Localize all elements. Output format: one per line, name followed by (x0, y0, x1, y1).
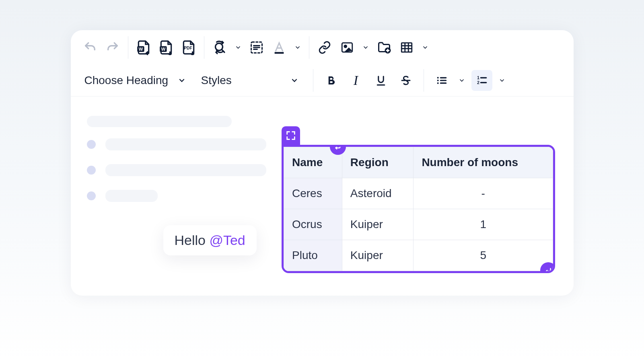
underline-button[interactable] (370, 70, 391, 91)
select-all-button[interactable] (247, 38, 266, 57)
chevron-down-icon (499, 77, 505, 84)
find-replace-button[interactable] (210, 38, 229, 57)
toolbar-divider (204, 36, 204, 59)
folder-add-icon (377, 40, 391, 55)
redo-button[interactable] (103, 38, 122, 57)
word-export-icon: W (158, 40, 174, 55)
toolbar-divider (128, 36, 128, 59)
image-icon (340, 41, 354, 54)
table-cell[interactable]: Asteroid (342, 178, 414, 209)
find-replace-dropdown[interactable] (232, 44, 244, 51)
svg-text:PDF: PDF (184, 45, 192, 50)
data-table[interactable]: Name Region Number of moons Ceres Astero… (284, 147, 553, 271)
mention-popup: Hello @Ted (163, 225, 257, 255)
table-cell[interactable]: Ocrus (284, 209, 342, 240)
toolbar-primary: W W PDF (71, 30, 574, 64)
numbered-list-dropdown[interactable] (496, 77, 508, 84)
undo-button[interactable] (80, 38, 100, 57)
chevron-down-icon (422, 44, 428, 51)
strikethrough-button[interactable] (395, 70, 416, 91)
table-row: Ocrus Kuiper 1 (284, 209, 553, 240)
bullet-list-icon (435, 74, 448, 87)
italic-button[interactable]: I (346, 70, 366, 91)
bullet-list-dropdown[interactable] (456, 77, 467, 84)
table-cell[interactable]: 1 (414, 209, 553, 240)
toolbar-divider (313, 69, 313, 92)
placeholder-line (105, 190, 158, 202)
undo-icon (83, 41, 97, 54)
table-header[interactable]: Number of moons (414, 147, 553, 178)
insert-table-dropdown[interactable] (420, 44, 431, 51)
bullet-icon (87, 191, 96, 200)
image-button[interactable] (337, 38, 357, 57)
bold-icon (325, 74, 337, 86)
table-row: Pluto Kuiper 5 (284, 240, 553, 271)
font-color-dropdown[interactable] (292, 44, 303, 51)
numbered-list-button[interactable]: 12 (471, 70, 492, 91)
chevron-down-icon (459, 77, 465, 84)
heading-select-label: Choose Heading (84, 74, 169, 87)
table-frame[interactable]: Name Region Number of moons Ceres Astero… (282, 145, 555, 273)
enter-icon (333, 145, 342, 151)
link-button[interactable] (315, 38, 334, 57)
chevron-down-icon (178, 76, 186, 84)
toolbar-formatting: Choose Heading Styles I 12 (71, 64, 574, 97)
styles-select-label: Styles (201, 74, 232, 87)
select-all-icon (249, 40, 264, 55)
font-color-button[interactable] (270, 38, 289, 57)
styles-select[interactable]: Styles (197, 69, 306, 92)
table-cell[interactable]: Ceres (284, 178, 342, 209)
word-import-icon: W (136, 40, 151, 55)
pdf-export-icon: PDF (181, 40, 196, 55)
chevron-down-icon (362, 44, 369, 51)
svg-point-22 (437, 80, 438, 81)
find-replace-icon (212, 40, 227, 55)
heading-select[interactable]: Choose Heading (80, 69, 193, 92)
svg-rect-10 (274, 52, 284, 53)
svg-text:1: 1 (477, 75, 479, 80)
bullet-icon (87, 140, 96, 149)
numbered-list-icon: 12 (475, 74, 488, 87)
strikethrough-icon (400, 74, 412, 86)
mention-prefix: Hello (175, 232, 210, 248)
enter-icon (544, 266, 553, 273)
font-color-icon (272, 41, 286, 54)
toolbar-divider (424, 69, 424, 92)
redo-icon (106, 41, 119, 54)
table-cell[interactable]: 5 (414, 240, 553, 271)
table-cell[interactable]: - (414, 178, 553, 209)
underline-icon (375, 74, 387, 86)
link-icon (318, 41, 331, 54)
svg-text:W: W (138, 46, 143, 51)
image-dropdown[interactable] (360, 44, 371, 51)
chevron-down-icon (235, 44, 241, 51)
table-row: Ceres Asteroid - (284, 178, 553, 209)
table-drag-handle[interactable] (282, 126, 300, 145)
table-icon (400, 41, 414, 54)
file-browser-button[interactable] (374, 38, 394, 57)
table-widget: Name Region Number of moons Ceres Astero… (282, 126, 555, 273)
table-cell[interactable]: Kuiper (342, 209, 414, 240)
pdf-export-button[interactable]: PDF (179, 38, 198, 57)
word-import-button[interactable]: W (134, 38, 153, 57)
italic-icon: I (354, 73, 358, 88)
chevron-down-icon (290, 76, 298, 84)
bold-button[interactable] (321, 70, 342, 91)
bullet-icon (87, 166, 96, 175)
expand-icon (285, 130, 296, 141)
placeholder-line (87, 116, 232, 127)
table-header[interactable]: Region (342, 147, 414, 178)
insert-table-button[interactable] (397, 38, 416, 57)
toolbar-divider (309, 36, 309, 59)
svg-rect-14 (401, 43, 412, 52)
svg-point-21 (437, 77, 438, 78)
word-export-button[interactable]: W (156, 38, 176, 57)
table-cell[interactable]: Kuiper (342, 240, 414, 271)
bullet-list-button[interactable] (431, 70, 452, 91)
mention-handle[interactable]: @Ted (209, 232, 245, 248)
svg-text:W: W (161, 46, 165, 51)
placeholder-line (105, 164, 266, 176)
table-cell[interactable]: Pluto (284, 240, 342, 271)
svg-text:2: 2 (477, 80, 479, 85)
svg-point-12 (344, 45, 346, 47)
